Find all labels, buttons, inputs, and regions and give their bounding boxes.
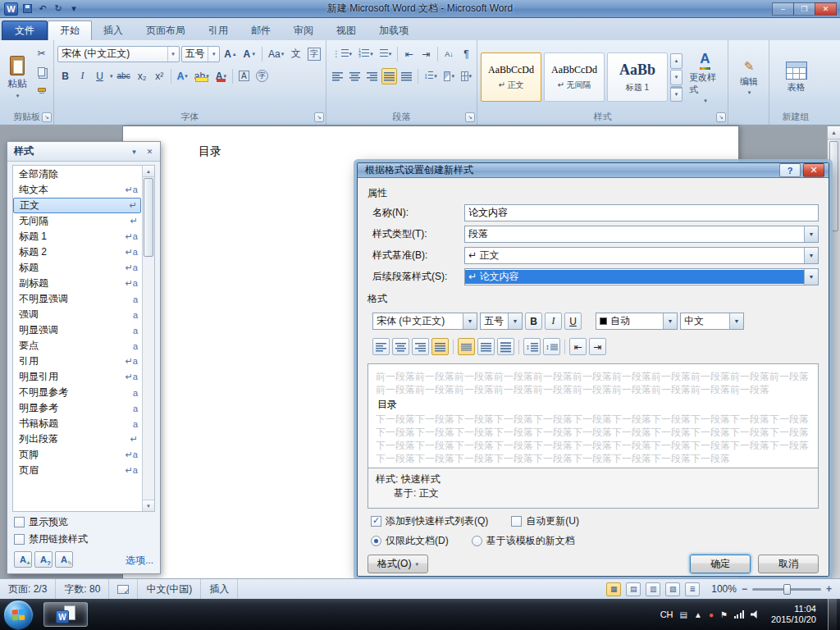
word-count[interactable]: 字数: 80 <box>56 579 109 599</box>
disable-linked-checkbox[interactable]: 禁用链接样式 <box>7 531 160 548</box>
style-list-item[interactable]: 明显参考a <box>13 400 141 416</box>
copy-icon[interactable] <box>34 63 49 80</box>
style-list-item[interactable]: 明显强调a <box>13 322 141 338</box>
dialog-1-5-spacing-button[interactable] <box>477 338 495 355</box>
decrease-indent-icon[interactable]: ⇤ <box>401 46 417 62</box>
dialog-align-right-button[interactable] <box>412 338 429 355</box>
align-center-icon[interactable] <box>347 68 363 84</box>
style-list-item[interactable]: 明显引用↵a <box>13 369 141 385</box>
input-language-indicator[interactable]: CH <box>660 609 673 619</box>
add-to-quick-styles-box[interactable] <box>371 516 381 527</box>
numbering-icon[interactable]: 1 2 3▾ <box>356 46 376 62</box>
gallery-scroll-down-icon[interactable]: ▼ <box>670 70 682 85</box>
only-this-document-dot[interactable] <box>371 536 381 546</box>
style-type-dropdown-icon[interactable]: ▼ <box>804 226 818 242</box>
change-styles-button[interactable]: A 更改样式 ▾ <box>685 43 725 111</box>
show-marks-icon[interactable]: ¶ <box>459 46 474 62</box>
cut-icon[interactable]: ✂ <box>34 45 49 62</box>
bold-icon[interactable]: B <box>57 68 73 84</box>
dialog-decrease-space-button[interactable]: ↕ <box>543 338 560 355</box>
character-shading-icon[interactable]: A <box>236 68 252 84</box>
styles-pane-menu-icon[interactable]: ▾ <box>127 145 141 158</box>
disable-linked-box[interactable] <box>14 534 25 545</box>
style-list-item[interactable]: 无间隔↵ <box>13 213 141 229</box>
view-web-layout-icon[interactable]: ▥ <box>646 582 660 596</box>
styles-pane-header[interactable]: 样式 ▾ ✕ <box>7 142 160 162</box>
distribute-icon[interactable] <box>399 68 414 84</box>
editing-button[interactable]: ✎ 编辑 ▾ <box>732 43 766 111</box>
style-gallery-item[interactable]: AaBb标题 1 <box>607 52 668 102</box>
show-desktop-button[interactable] <box>828 599 837 630</box>
dialog-help-button[interactable]: ? <box>779 163 801 177</box>
styles-scroll-down-icon[interactable]: ▼ <box>143 500 154 511</box>
change-case-icon[interactable]: Aa▾ <box>266 46 286 62</box>
save-icon[interactable] <box>21 2 34 16</box>
taskbar-word-button[interactable]: W <box>43 602 88 627</box>
dialog-language-select[interactable]: 中文 ▼ <box>680 313 744 330</box>
underline-icon[interactable]: U <box>92 68 107 84</box>
align-justify-icon[interactable] <box>381 68 397 84</box>
dialog-font-name-select[interactable]: 宋体 (中文正文) ▼ <box>372 313 477 330</box>
new-style-button[interactable]: A <box>14 551 32 568</box>
style-gallery-item[interactable]: AaBbCcDd↵ 正文 <box>481 52 541 102</box>
dialog-decrease-indent-button[interactable]: ⇤ <box>569 338 587 355</box>
style-list-item[interactable]: 标题 2↵a <box>13 244 141 260</box>
gallery-more-icon[interactable]: ▼ <box>670 86 682 102</box>
view-print-layout-icon[interactable]: ▦ <box>606 582 621 596</box>
clock[interactable]: 11:04 2015/10/20 <box>766 604 821 625</box>
paste-button[interactable]: 粘贴 ▾ <box>3 43 31 111</box>
keyboard-layout-icon[interactable]: ▤ <box>680 610 687 619</box>
file-tab[interactable]: 文件 <box>2 21 48 40</box>
view-fullscreen-icon[interactable]: ▤ <box>626 582 641 596</box>
view-draft-icon[interactable]: ≣ <box>685 582 700 596</box>
only-this-document-radio[interactable]: 仅限此文档(D) <box>371 534 449 548</box>
font-name-combo[interactable]: 宋体 (中文正文) ▾ <box>57 46 180 62</box>
cancel-button[interactable]: 取消 <box>758 555 819 573</box>
character-border-icon[interactable]: 字 <box>305 46 323 62</box>
dialog-title-bar[interactable]: 根据格式设置创建新样式 ? ✕ <box>358 163 829 178</box>
network-icon[interactable] <box>734 610 744 619</box>
increase-indent-icon[interactable]: ⇥ <box>418 46 434 62</box>
style-type-select[interactable]: 段落 ▼ <box>464 226 819 243</box>
dialog-color-dropdown-icon[interactable]: ▼ <box>663 313 677 329</box>
highlight-color-icon[interactable]: ab▾ <box>192 68 212 84</box>
dialog-language-dropdown-icon[interactable]: ▼ <box>729 313 743 329</box>
manage-styles-button[interactable]: A <box>55 551 73 568</box>
styles-scroll-thumb[interactable] <box>144 178 153 257</box>
dialog-font-name-dropdown-icon[interactable]: ▼ <box>463 313 477 329</box>
style-list-item[interactable]: 正文↵ <box>13 198 141 213</box>
following-style-dropdown-icon[interactable]: ▼ <box>804 269 818 285</box>
phonetic-guide-icon[interactable]: 文 <box>288 46 304 62</box>
dialog-font-size-select[interactable]: 五号 ▼ <box>480 313 523 330</box>
style-gallery-item[interactable]: AaBbCcDd↵ 无间隔 <box>544 52 605 102</box>
undo-icon[interactable]: ↶ <box>36 2 49 16</box>
following-style-select[interactable]: ↵ 论文内容 ▼ <box>464 268 819 285</box>
based-on-select[interactable]: ↵ 正文 ▼ <box>464 247 819 264</box>
underline-dropdown-icon[interactable]: ▾ <box>110 73 113 80</box>
style-name-input[interactable] <box>464 204 819 221</box>
start-button[interactable] <box>3 600 34 630</box>
scroll-up-icon[interactable]: ▲ <box>828 126 840 139</box>
font-size-combo[interactable]: 五号 ▾ <box>181 46 221 62</box>
style-list-item[interactable]: 列出段落↵ <box>13 431 141 447</box>
insert-mode[interactable]: 插入 <box>201 579 238 599</box>
dialog-bold-button[interactable]: B <box>525 313 542 330</box>
zoom-level[interactable]: 100% <box>711 583 737 595</box>
show-hidden-icons[interactable]: ▲ <box>694 610 702 619</box>
styles-scroll-up-icon[interactable]: ▲ <box>143 166 154 177</box>
styles-pane-close-icon[interactable]: ✕ <box>143 145 157 158</box>
style-list-item[interactable]: 标题 1↵a <box>13 229 141 244</box>
auto-update-box[interactable] <box>511 516 522 527</box>
enclose-characters-icon[interactable]: 字 <box>253 68 271 84</box>
style-list-item[interactable]: 全部清除 <box>13 167 141 182</box>
style-list-item[interactable]: 页眉↵a <box>13 463 141 478</box>
style-list-item[interactable]: 要点a <box>13 338 141 354</box>
text-effects-icon[interactable]: A▾ <box>175 68 190 84</box>
dialog-font-color-select[interactable]: 自动 ▼ <box>596 313 678 330</box>
dialog-double-spacing-button[interactable] <box>497 338 514 355</box>
format-painter-icon[interactable] <box>34 81 49 98</box>
dialog-font-size-dropdown-icon[interactable]: ▼ <box>508 313 522 329</box>
ribbon-tab[interactable]: 邮件 <box>240 21 282 40</box>
align-right-icon[interactable] <box>364 68 380 84</box>
superscript-icon[interactable]: x² <box>152 68 167 84</box>
